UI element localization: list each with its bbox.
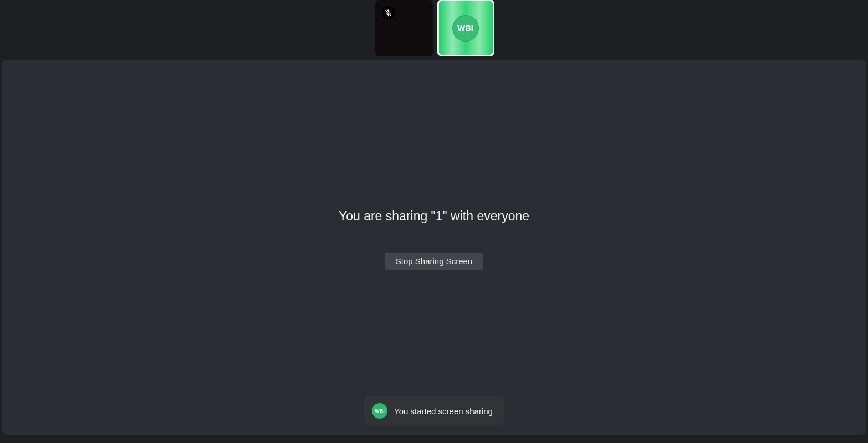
toast-text: You started screen sharing bbox=[394, 406, 493, 416]
participant-tile-screenshare[interactable]: WBI bbox=[438, 1, 493, 55]
toast-avatar-label: WBI bbox=[375, 408, 385, 414]
avatar-label: WBI bbox=[458, 24, 474, 33]
mic-muted-icon bbox=[382, 6, 395, 19]
screen-share-stage: You are sharing "1" with everyone Stop S… bbox=[2, 60, 866, 435]
microphone-off-icon bbox=[384, 9, 392, 17]
participant-strip: WBI bbox=[0, 0, 868, 59]
toast-avatar: WBI bbox=[372, 403, 387, 419]
stop-sharing-button[interactable]: Stop Sharing Screen bbox=[385, 253, 483, 270]
toast-notification: WBI You started screen sharing bbox=[364, 396, 504, 425]
participant-tile-self[interactable] bbox=[375, 0, 433, 56]
avatar: WBI bbox=[452, 15, 479, 42]
share-status-message: You are sharing "1" with everyone bbox=[339, 209, 529, 224]
